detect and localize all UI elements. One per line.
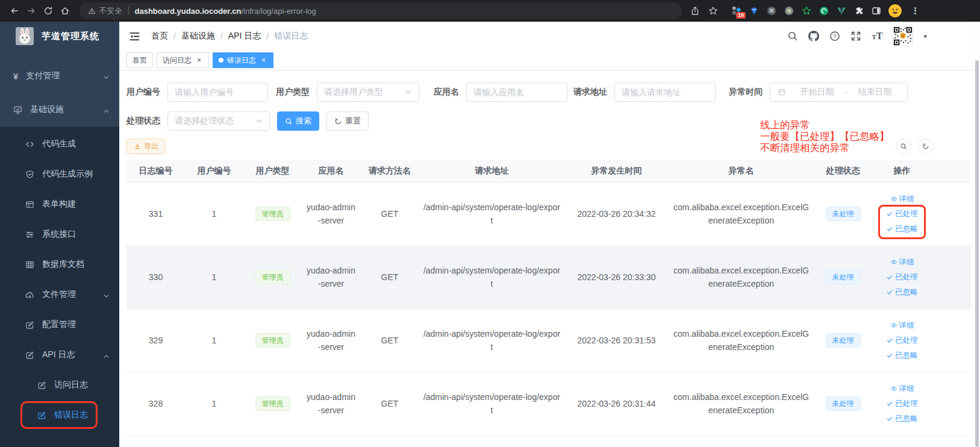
mark-ignored-link[interactable]: 已忽略 bbox=[886, 349, 918, 363]
help-icon[interactable]: ? bbox=[829, 31, 840, 42]
extension-gem-icon[interactable] bbox=[749, 5, 760, 16]
tab-label: 错误日志 bbox=[227, 55, 256, 66]
extension-green-circle-icon[interactable] bbox=[819, 5, 829, 16]
app-name-input[interactable] bbox=[466, 83, 567, 102]
scrollbar-thumb[interactable] bbox=[975, 60, 979, 447]
fullscreen-icon[interactable] bbox=[850, 31, 861, 42]
sidebar-item-config-management[interactable]: 配置管理 bbox=[0, 310, 119, 340]
browser-forward-icon[interactable] bbox=[23, 2, 40, 19]
close-icon[interactable]: × bbox=[195, 57, 203, 64]
refresh-table-button[interactable] bbox=[918, 139, 934, 154]
mark-resolved-link[interactable]: 已处理 bbox=[886, 334, 918, 348]
user-type-select[interactable]: 请选择用户类型 bbox=[317, 83, 419, 102]
sidebar-item-form-builder[interactable]: 表单构建 bbox=[0, 189, 119, 219]
grid-icon bbox=[25, 260, 34, 269]
cell-method: GET bbox=[360, 309, 419, 372]
check-icon bbox=[886, 225, 893, 233]
browser-profile-avatar[interactable] bbox=[888, 4, 902, 17]
cell-time: 2022-03-26 20:31:53 bbox=[564, 309, 669, 372]
annotation-line: 线上的异常 bbox=[760, 119, 890, 131]
cell-app_name: yudao-admin-server bbox=[302, 309, 360, 372]
sidebar-item-api-log[interactable]: API 日志 bbox=[0, 340, 119, 370]
search-icon[interactable] bbox=[787, 31, 798, 42]
breadcrumb-item-3[interactable]: API 日志 bbox=[228, 31, 261, 42]
column-header-method: 请求方法名 bbox=[360, 160, 419, 183]
sidebar-item-file-management[interactable]: 文件管理 bbox=[0, 280, 119, 310]
reset-button[interactable]: 重置 bbox=[326, 111, 369, 131]
view-detail-link[interactable]: 详细 bbox=[890, 382, 914, 396]
mark-ignored-link[interactable]: 已忽略 bbox=[886, 286, 918, 299]
cell-id: 331 bbox=[126, 183, 185, 246]
sidebar-item-infrastructure[interactable]: 基础设施 bbox=[0, 93, 119, 127]
browser-home-icon[interactable] bbox=[57, 2, 73, 19]
mark-resolved-link[interactable]: 已处理 bbox=[886, 397, 918, 411]
export-button[interactable]: 导出 bbox=[126, 139, 166, 154]
sidebar-item-code-generation[interactable]: 代码生成 bbox=[0, 129, 119, 159]
user-avatar-qr[interactable] bbox=[893, 26, 913, 46]
sidebar-item-error-log[interactable]: 错误日志 bbox=[0, 400, 119, 430]
extension-tampermonkey-icon[interactable]: 10 bbox=[731, 5, 742, 16]
tab-home[interactable]: 首页 bbox=[126, 52, 153, 68]
mark-resolved-link[interactable]: 已处理 bbox=[886, 207, 918, 221]
breadcrumb-item-1[interactable]: 首页 bbox=[151, 31, 168, 42]
sidebar-item-access-log[interactable]: 访问日志 bbox=[0, 370, 119, 400]
exception-time-range-picker[interactable]: 开始日期 - 结束日期 bbox=[770, 83, 908, 102]
extensions-puzzle-icon[interactable] bbox=[854, 5, 864, 16]
sidebar-item-code-generation-demo[interactable]: 代码生成示例 bbox=[0, 159, 119, 189]
view-detail-link[interactable]: 详细 bbox=[890, 192, 914, 206]
chevron-down-icon bbox=[103, 292, 110, 298]
breadcrumb-item-2[interactable]: 基础设施 bbox=[181, 31, 215, 42]
tab-label: 首页 bbox=[133, 55, 147, 66]
column-header-actions: 操作 bbox=[872, 160, 932, 183]
user-type-label: 用户类型 bbox=[276, 87, 310, 98]
user-id-input[interactable] bbox=[167, 83, 268, 102]
search-button[interactable]: 搜索 bbox=[277, 111, 319, 131]
font-size-icon[interactable]: TT bbox=[872, 31, 882, 42]
tab-error-log[interactable]: 错误日志× bbox=[213, 52, 273, 68]
browser-reload-icon[interactable] bbox=[40, 2, 57, 19]
sidebar-item-label: 数据库文档 bbox=[42, 259, 84, 270]
sidebar-item-database-doc[interactable]: 数据库文档 bbox=[0, 249, 119, 280]
extension-record-icon[interactable] bbox=[784, 5, 794, 16]
status-badge: 未处理 bbox=[826, 270, 861, 284]
side-panel-icon[interactable] bbox=[871, 5, 882, 16]
mark-resolved-link[interactable]: 已处理 bbox=[886, 270, 918, 284]
extension-star-icon[interactable] bbox=[801, 5, 812, 16]
sidebar-collapse-icon[interactable] bbox=[129, 31, 140, 42]
mark-ignored-link[interactable]: 已忽略 bbox=[886, 222, 918, 236]
check-icon bbox=[886, 352, 893, 359]
column-header-exception: 异常名 bbox=[669, 160, 814, 183]
breadcrumb-separator: / bbox=[220, 31, 223, 41]
tab-access-log[interactable]: 访问日志× bbox=[157, 52, 209, 68]
bookmark-star-icon[interactable] bbox=[708, 6, 718, 16]
column-header-time: 异常发生时间 bbox=[564, 160, 669, 183]
request-url-input[interactable] bbox=[614, 83, 716, 102]
process-status-select[interactable]: 请选择处理状态 bbox=[167, 111, 270, 131]
sidebar-item-label: 表单构建 bbox=[42, 199, 76, 210]
hide-search-button[interactable] bbox=[896, 139, 911, 154]
sidebar-item-label: 系统接口 bbox=[42, 229, 76, 240]
sidebar-item-label: 支付管理 bbox=[26, 70, 60, 81]
caret-down-icon[interactable]: ▾ bbox=[923, 33, 927, 40]
sidebar-item-payment[interactable]: ¥支付管理 bbox=[0, 59, 119, 93]
table-row: 3311管理员yudao-admin-serverGET/admin-api/s… bbox=[126, 183, 972, 246]
cell-user_id: 1 bbox=[185, 372, 243, 436]
chevron-down-icon bbox=[255, 117, 263, 125]
view-detail-link[interactable]: 详细 bbox=[890, 319, 914, 333]
close-icon[interactable]: × bbox=[260, 57, 267, 64]
sidebar-item-label: 代码生成 bbox=[42, 139, 76, 149]
sidebar-item-system-api[interactable]: 系统接口 bbox=[0, 219, 119, 249]
share-icon[interactable] bbox=[690, 6, 700, 16]
kebab-menu-icon[interactable]: ⋮ bbox=[908, 5, 922, 16]
url-bar[interactable]: 不安全 dashboard.yudao.iocoder.cn/infra/log… bbox=[80, 2, 682, 19]
view-detail-link[interactable]: 详细 bbox=[890, 255, 914, 269]
app-logo[interactable]: 芋道管理系统 bbox=[0, 22, 119, 51]
breadcrumb-separator: / bbox=[173, 31, 176, 41]
extension-vue-icon[interactable] bbox=[836, 5, 847, 16]
mark-ignored-link[interactable]: 已忽略 bbox=[886, 412, 918, 426]
extension-command-icon[interactable]: ⌘ bbox=[766, 5, 777, 16]
search-icon bbox=[285, 117, 293, 125]
browser-back-icon[interactable] bbox=[6, 2, 23, 19]
github-icon[interactable] bbox=[808, 31, 819, 42]
page-scrollbar bbox=[974, 22, 980, 447]
